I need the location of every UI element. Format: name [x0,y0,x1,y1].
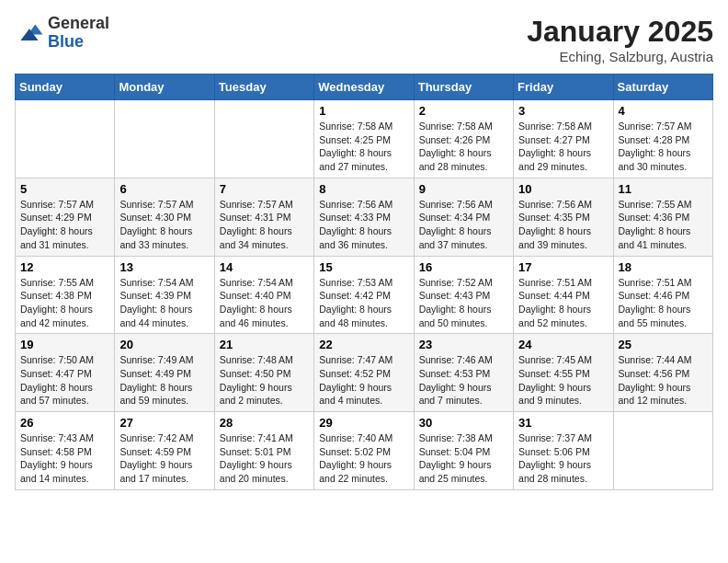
day-info: Sunrise: 7:47 AM Sunset: 4:52 PM Dayligh… [319,353,408,408]
table-row: 20Sunrise: 7:49 AM Sunset: 4:49 PM Dayli… [115,334,214,412]
day-number: 10 [518,182,608,196]
table-row: 10Sunrise: 7:56 AM Sunset: 4:35 PM Dayli… [514,178,613,256]
th-friday: Friday [514,75,613,100]
day-number: 6 [119,182,209,196]
table-row: 26Sunrise: 7:43 AM Sunset: 4:58 PM Dayli… [16,412,115,490]
day-info: Sunrise: 7:48 AM Sunset: 4:50 PM Dayligh… [220,353,309,408]
day-info: Sunrise: 7:40 AM Sunset: 5:02 PM Dayligh… [319,431,408,486]
table-row: 15Sunrise: 7:53 AM Sunset: 4:42 PM Dayli… [314,256,414,334]
day-info: Sunrise: 7:46 AM Sunset: 4:53 PM Dayligh… [419,353,508,408]
day-info: Sunrise: 7:43 AM Sunset: 4:58 PM Dayligh… [20,431,109,486]
table-row: 2Sunrise: 7:58 AM Sunset: 4:26 PM Daylig… [414,100,513,178]
logo-general: General [48,15,109,33]
table-row: 3Sunrise: 7:58 AM Sunset: 4:27 PM Daylig… [514,100,613,178]
day-info: Sunrise: 7:53 AM Sunset: 4:42 PM Dayligh… [319,276,408,330]
day-info: Sunrise: 7:58 AM Sunset: 4:25 PM Dayligh… [319,120,408,174]
th-wednesday: Wednesday [314,75,414,100]
day-info: Sunrise: 7:54 AM Sunset: 4:39 PM Dayligh… [119,276,209,330]
table-row [214,100,313,178]
day-info: Sunrise: 7:54 AM Sunset: 4:40 PM Dayligh… [220,276,309,330]
table-row: 18Sunrise: 7:51 AM Sunset: 4:46 PM Dayli… [613,256,712,334]
table-row: 12Sunrise: 7:55 AM Sunset: 4:38 PM Dayli… [16,256,115,334]
day-number: 27 [119,416,209,430]
calendar-table: Sunday Monday Tuesday Wednesday Thursday… [15,74,713,490]
calendar-week-row: 12Sunrise: 7:55 AM Sunset: 4:38 PM Dayli… [16,256,713,334]
calendar-subtitle: Eching, Salzburg, Austria [527,49,713,64]
day-number: 31 [518,416,608,430]
day-number: 28 [220,416,309,430]
table-row: 27Sunrise: 7:42 AM Sunset: 4:59 PM Dayli… [115,412,214,490]
calendar-title: January 2025 [527,15,713,49]
day-number: 18 [619,260,708,274]
table-row: 28Sunrise: 7:41 AM Sunset: 5:01 PM Dayli… [214,412,313,490]
day-info: Sunrise: 7:42 AM Sunset: 4:59 PM Dayligh… [119,431,209,486]
table-row: 7Sunrise: 7:57 AM Sunset: 4:31 PM Daylig… [214,178,313,256]
table-row: 1Sunrise: 7:58 AM Sunset: 4:25 PM Daylig… [314,100,414,178]
day-info: Sunrise: 7:37 AM Sunset: 5:06 PM Dayligh… [518,431,608,486]
calendar-week-row: 26Sunrise: 7:43 AM Sunset: 4:58 PM Dayli… [16,412,713,490]
day-number: 15 [319,260,408,274]
day-number: 5 [20,182,109,196]
table-row: 9Sunrise: 7:56 AM Sunset: 4:34 PM Daylig… [414,178,513,256]
day-info: Sunrise: 7:51 AM Sunset: 4:46 PM Dayligh… [619,276,708,330]
logo-icon [15,18,44,48]
day-number: 22 [319,338,408,351]
logo-blue: Blue [48,33,109,52]
day-info: Sunrise: 7:52 AM Sunset: 4:43 PM Dayligh… [419,276,508,330]
table-row: 31Sunrise: 7:37 AM Sunset: 5:06 PM Dayli… [514,412,613,490]
table-row: 4Sunrise: 7:57 AM Sunset: 4:28 PM Daylig… [613,100,712,178]
day-number: 4 [619,104,708,118]
table-row [16,100,115,178]
table-row: 21Sunrise: 7:48 AM Sunset: 4:50 PM Dayli… [214,334,313,412]
table-row [613,412,712,490]
table-row: 25Sunrise: 7:44 AM Sunset: 4:56 PM Dayli… [613,334,712,412]
day-number: 16 [419,260,508,274]
day-number: 23 [419,338,508,351]
table-row: 8Sunrise: 7:56 AM Sunset: 4:33 PM Daylig… [314,178,414,256]
table-row: 16Sunrise: 7:52 AM Sunset: 4:43 PM Dayli… [414,256,513,334]
calendar-week-row: 1Sunrise: 7:58 AM Sunset: 4:25 PM Daylig… [16,100,713,178]
day-info: Sunrise: 7:58 AM Sunset: 4:26 PM Dayligh… [419,120,508,174]
page-header: General Blue January 2025 Eching, Salzbu… [15,15,713,64]
day-info: Sunrise: 7:44 AM Sunset: 4:56 PM Dayligh… [619,353,708,408]
table-row: 22Sunrise: 7:47 AM Sunset: 4:52 PM Dayli… [314,334,414,412]
table-row: 23Sunrise: 7:46 AM Sunset: 4:53 PM Dayli… [414,334,513,412]
day-info: Sunrise: 7:56 AM Sunset: 4:35 PM Dayligh… [518,198,608,252]
day-number: 30 [419,416,508,430]
day-number: 11 [619,182,708,196]
day-info: Sunrise: 7:55 AM Sunset: 4:36 PM Dayligh… [619,198,708,252]
day-number: 19 [20,338,109,351]
day-number: 21 [220,338,309,351]
day-info: Sunrise: 7:57 AM Sunset: 4:28 PM Dayligh… [619,120,708,174]
day-number: 25 [619,338,708,351]
title-block: January 2025 Eching, Salzburg, Austria [527,15,713,64]
day-info: Sunrise: 7:56 AM Sunset: 4:34 PM Dayligh… [419,198,508,252]
th-tuesday: Tuesday [214,75,313,100]
day-number: 7 [220,182,309,196]
table-row: 24Sunrise: 7:45 AM Sunset: 4:55 PM Dayli… [514,334,613,412]
day-info: Sunrise: 7:57 AM Sunset: 4:31 PM Dayligh… [220,198,309,252]
day-number: 12 [20,260,109,274]
day-number: 29 [319,416,408,430]
day-info: Sunrise: 7:57 AM Sunset: 4:29 PM Dayligh… [20,198,109,252]
th-saturday: Saturday [613,75,712,100]
logo: General Blue [15,15,109,52]
day-info: Sunrise: 7:50 AM Sunset: 4:47 PM Dayligh… [20,353,109,408]
day-info: Sunrise: 7:51 AM Sunset: 4:44 PM Dayligh… [518,276,608,330]
table-row: 30Sunrise: 7:38 AM Sunset: 5:04 PM Dayli… [414,412,513,490]
table-row: 6Sunrise: 7:57 AM Sunset: 4:30 PM Daylig… [115,178,214,256]
table-row: 5Sunrise: 7:57 AM Sunset: 4:29 PM Daylig… [16,178,115,256]
day-number: 1 [319,104,408,118]
table-row: 14Sunrise: 7:54 AM Sunset: 4:40 PM Dayli… [214,256,313,334]
day-number: 8 [319,182,408,196]
day-number: 20 [119,338,209,351]
table-row: 13Sunrise: 7:54 AM Sunset: 4:39 PM Dayli… [115,256,214,334]
table-row: 11Sunrise: 7:55 AM Sunset: 4:36 PM Dayli… [613,178,712,256]
day-number: 2 [419,104,508,118]
day-number: 17 [518,260,608,274]
table-row [115,100,214,178]
day-number: 14 [220,260,309,274]
table-row: 29Sunrise: 7:40 AM Sunset: 5:02 PM Dayli… [314,412,414,490]
day-number: 13 [119,260,209,274]
day-info: Sunrise: 7:49 AM Sunset: 4:49 PM Dayligh… [119,353,209,408]
